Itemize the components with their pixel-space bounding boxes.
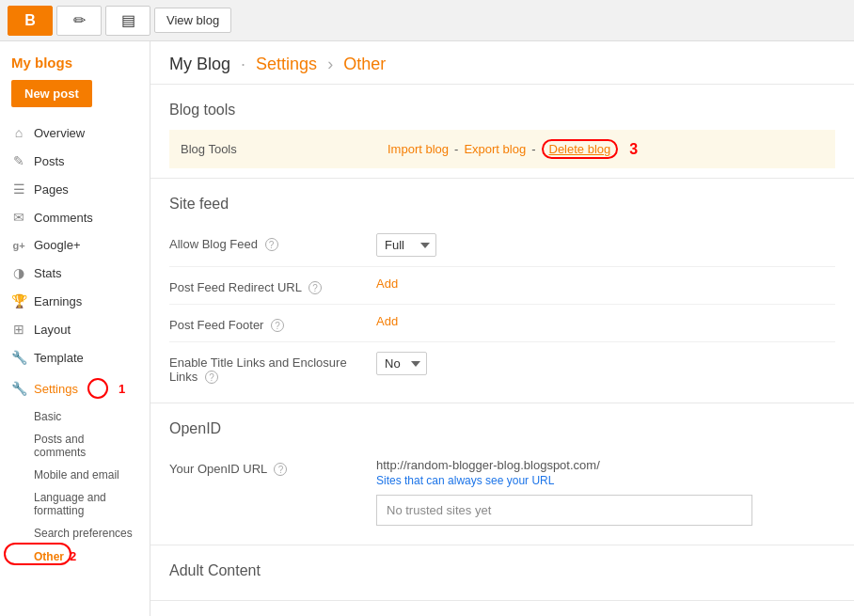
title-links-value: No Yes — [376, 352, 835, 375]
blog-tools-row: Blog Tools Import blog - Export blog - D… — [169, 130, 835, 168]
googleplus-icon: g+ — [11, 240, 26, 251]
trusted-sites-box: No trusted sites yet — [376, 495, 752, 526]
new-post-button[interactable]: New post — [11, 80, 92, 107]
sidebar-sub-other[interactable]: Other 2 — [0, 545, 150, 568]
dash-2: - — [531, 142, 535, 156]
allow-blog-feed-label: Allow Blog Feed ? — [169, 233, 376, 251]
sidebar-label-earnings: Earnings — [34, 294, 82, 308]
pages-icon: ☰ — [11, 182, 26, 197]
trusted-sites-placeholder: No trusted sites yet — [387, 503, 491, 517]
comments-icon: ✉ — [11, 210, 26, 225]
openid-help-icon[interactable]: ? — [274, 463, 287, 476]
post-feed-redirect-row: Post Feed Redirect URL ? Add — [169, 267, 835, 305]
annotation-1: 1 — [119, 382, 125, 396]
stats-icon: ◑ — [11, 265, 26, 280]
sidebar-label-comments: Comments — [34, 211, 93, 225]
sidebar-item-googleplus[interactable]: g+ Google+ — [0, 231, 150, 259]
footer-add-link[interactable]: Add — [376, 314, 398, 328]
sidebar-sub-search-prefs[interactable]: Search preferences — [0, 522, 150, 545]
sidebar-item-template[interactable]: 🔧 Template — [0, 343, 150, 371]
pages-button[interactable]: ▤ — [105, 6, 150, 36]
title-links-row: Enable Title Links and Enclosure Links ?… — [169, 342, 835, 393]
title-links-label: Enable Title Links and Enclosure Links ? — [169, 352, 376, 384]
blog-tools-title: Blog tools — [169, 102, 835, 118]
sidebar-label-layout: Layout — [34, 323, 71, 337]
delete-blog-link[interactable]: Delete blog — [542, 139, 619, 159]
sidebar-item-layout[interactable]: ⊞ Layout — [0, 315, 150, 343]
sidebar-item-pages[interactable]: ☰ Pages — [0, 175, 150, 203]
blog-tools-links: Import blog - Export blog - Delete blog … — [387, 139, 638, 159]
title-links-help-icon[interactable]: ? — [205, 371, 218, 384]
title-links-select[interactable]: No Yes — [376, 352, 427, 375]
sidebar-item-stats[interactable]: ◑ Stats — [0, 259, 150, 287]
sidebar-label-pages: Pages — [34, 182, 69, 197]
layout-icon: ⊞ — [11, 322, 26, 337]
doc-icon: ▤ — [121, 11, 135, 29]
sidebar-item-posts[interactable]: ✎ Posts — [0, 147, 150, 175]
openid-url-text: http://random-blogger-blog.blogspot.com/ — [376, 458, 835, 472]
post-feed-redirect-label: Post Feed Redirect URL ? — [169, 276, 376, 294]
sidebar-sub-basic[interactable]: Basic — [0, 405, 150, 428]
sidebar: My blogs New post ⌂ Overview ✎ Posts ☰ P… — [0, 41, 150, 616]
sidebar-label-posts: Posts — [34, 154, 65, 168]
sidebar-title: My blogs — [0, 41, 150, 80]
settings-icon: 🔧 — [11, 381, 26, 396]
breadcrumb-sep1: · — [241, 55, 245, 73]
blogger-home-button[interactable]: B — [8, 6, 53, 36]
adult-content-section: Adult Content — [150, 545, 854, 601]
allow-feed-select[interactable]: Full Short None — [376, 233, 436, 257]
sidebar-sub-mobile-email[interactable]: Mobile and email — [0, 464, 150, 486]
openid-url-label: Your OpenID URL ? — [169, 458, 376, 476]
post-feed-redirect-value: Add — [376, 276, 835, 291]
breadcrumb-other[interactable]: Other — [343, 55, 386, 73]
sidebar-item-earnings[interactable]: 🏆 Earnings — [0, 287, 150, 315]
site-feed-section: Site feed Allow Blog Feed ? Full Short N… — [150, 179, 854, 403]
view-blog-button[interactable]: View blog — [154, 8, 231, 33]
settings-circle-annotation — [87, 378, 108, 399]
breadcrumb-blog-name: My Blog — [169, 55, 230, 73]
breadcrumb-sep2: › — [327, 55, 333, 73]
sidebar-item-settings[interactable]: 🔧 Settings 1 — [0, 371, 150, 405]
breadcrumb-settings[interactable]: Settings — [256, 55, 317, 73]
redirect-help-icon[interactable]: ? — [308, 281, 322, 294]
top-toolbar: B ✏ ▤ View blog — [0, 0, 854, 41]
blog-tools-label: Blog Tools — [181, 142, 387, 156]
allow-blog-feed-row: Allow Blog Feed ? Full Short None — [169, 224, 835, 267]
template-icon: 🔧 — [11, 350, 26, 365]
post-feed-footer-value: Add — [376, 314, 835, 328]
edit-post-button[interactable]: ✏ — [56, 6, 102, 36]
page-layout: My blogs New post ⌂ Overview ✎ Posts ☰ P… — [0, 41, 854, 616]
dash-1: - — [454, 142, 458, 156]
allow-feed-value: Full Short None — [376, 233, 835, 257]
sidebar-item-comments[interactable]: ✉ Comments — [0, 203, 150, 231]
import-blog-link[interactable]: Import blog — [387, 142, 449, 156]
site-feed-title: Site feed — [169, 196, 835, 213]
page-header: My Blog · Settings › Other — [150, 41, 854, 85]
annotation-2: 2 — [70, 549, 76, 563]
adult-content-title: Adult Content — [169, 562, 835, 579]
sidebar-label-template: Template — [34, 351, 84, 365]
main-content: My Blog · Settings › Other Blog tools Bl… — [150, 41, 854, 616]
sidebar-item-overview[interactable]: ⌂ Overview — [0, 118, 150, 147]
openid-url-row: Your OpenID URL ? http://random-blogger-… — [169, 449, 835, 535]
post-feed-footer-label: Post Feed Footer ? — [169, 314, 376, 332]
blogger-logo-icon: B — [24, 12, 36, 29]
home-icon: ⌂ — [11, 125, 26, 140]
sidebar-sub-posts-comments[interactable]: Posts and comments — [0, 428, 150, 464]
redirect-add-link[interactable]: Add — [376, 276, 398, 291]
sidebar-label-stats: Stats — [34, 266, 62, 280]
post-feed-footer-row: Post Feed Footer ? Add — [169, 305, 835, 342]
sidebar-sub-language-formatting[interactable]: Language and formatting — [0, 486, 150, 522]
sidebar-sub-other-label: Other — [34, 550, 64, 563]
openid-title: OpenID — [169, 420, 835, 437]
sidebar-label-overview: Overview — [34, 126, 85, 140]
export-blog-link[interactable]: Export blog — [464, 142, 526, 156]
openid-url-value: http://random-blogger-blog.blogspot.com/… — [376, 458, 835, 526]
blog-tools-section: Blog tools Blog Tools Import blog - Expo… — [150, 85, 854, 179]
earnings-icon: 🏆 — [11, 293, 26, 308]
pencil-icon: ✏ — [73, 11, 86, 29]
allow-feed-help-icon[interactable]: ? — [265, 238, 278, 251]
footer-help-icon[interactable]: ? — [271, 319, 284, 332]
openid-section: OpenID Your OpenID URL ? http://random-b… — [150, 403, 854, 545]
sidebar-label-settings: Settings — [34, 382, 78, 396]
